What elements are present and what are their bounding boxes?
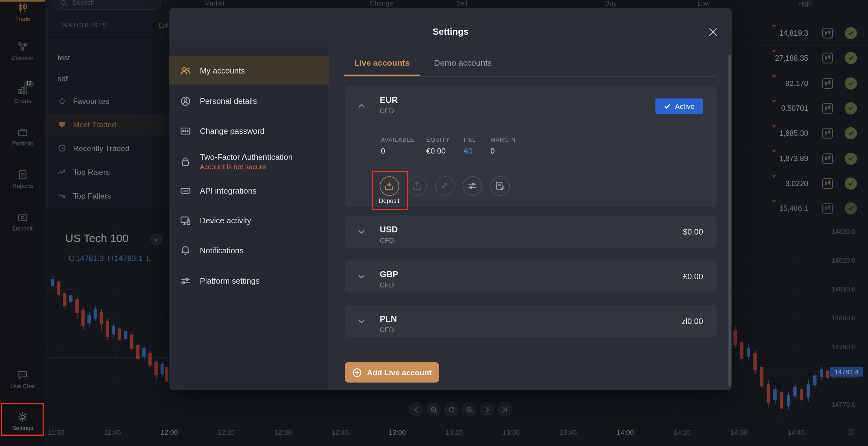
nav-item-label: Device activity [200, 216, 251, 225]
nav-item-label: Personal details [200, 96, 257, 105]
nav-item-api-integrations[interactable]: API API integrations [169, 176, 329, 205]
accounts-tabs: Live accounts Demo accounts [344, 51, 717, 77]
users-icon [180, 65, 191, 76]
check-icon [664, 103, 671, 110]
svg-text:API: API [183, 189, 188, 192]
divider [380, 169, 703, 169]
nav-item-label: Platform settings [200, 276, 259, 285]
active-status-badge: Active [655, 99, 703, 114]
close-icon[interactable] [707, 26, 719, 38]
account-balance: zł0.00 [682, 317, 703, 325]
account-settings-action-button[interactable] [463, 176, 482, 196]
active-status-label: Active [675, 102, 695, 110]
add-live-account-label: Add Live account [367, 368, 432, 377]
security-warning: Account is not secure [200, 163, 292, 171]
account-code: USD [380, 225, 398, 235]
modal-title: Settings [169, 27, 733, 37]
transfer-action-button[interactable] [435, 176, 454, 196]
nav-item-device-activity[interactable]: Device activity [169, 206, 329, 234]
add-live-account-button[interactable]: Add Live account [345, 362, 439, 382]
withdraw-action-button[interactable] [407, 176, 427, 196]
tab-live-accounts[interactable]: Live accounts [344, 51, 420, 76]
devices-icon [180, 215, 191, 226]
account-balance: $0.00 [683, 228, 703, 236]
statement-action-button[interactable] [490, 176, 509, 196]
settings-nav: My accounts Personal details Change pass… [169, 41, 329, 390]
account-code: GBP [380, 269, 398, 279]
nav-item-notifications[interactable]: Notifications [169, 236, 329, 264]
stat-available: AVAILABLE 0 [381, 136, 414, 156]
settings-content: Live accounts Demo accounts EUR CFD Acti… [329, 41, 733, 390]
chevron-down-icon[interactable] [358, 317, 365, 325]
user-circle-icon [180, 95, 191, 106]
account-balance: £0.00 [683, 272, 703, 281]
nav-item-platform-settings[interactable]: Platform settings [169, 267, 329, 295]
stat-equity: EQUITY €0.00 [426, 136, 450, 156]
api-icon: API [180, 185, 191, 196]
nav-item-label: My accounts [200, 66, 245, 75]
chevron-down-icon[interactable] [358, 273, 365, 280]
account-card-usd[interactable]: USD CFD $0.00 [345, 215, 717, 248]
account-code: PLN [380, 314, 397, 324]
chevron-up-icon[interactable] [358, 102, 365, 110]
modal-scrollbar[interactable] [728, 55, 731, 386]
nav-item-two-factor[interactable]: Two-Factor Authentication Account is not… [169, 144, 329, 179]
lock-icon [180, 156, 191, 167]
stat-margin: MARGIN 0 [490, 136, 516, 156]
account-code: EUR [380, 95, 398, 105]
tab-demo-accounts[interactable]: Demo accounts [424, 51, 502, 76]
app-viewport: Market Change Sell Buy Low High Trade Di… [0, 0, 868, 446]
account-card-gbp[interactable]: GBP CFD £0.00 [345, 261, 717, 293]
account-type: CFD [380, 237, 394, 245]
nav-item-label: Two-Factor Authentication [200, 152, 292, 161]
nav-item-personal-details[interactable]: Personal details [169, 87, 329, 115]
nav-item-label: Notifications [200, 246, 244, 254]
settings-modal: Settings My accounts Personal details Ch… [169, 8, 733, 390]
password-card-icon [180, 125, 191, 136]
nav-item-label: API integrations [200, 186, 256, 195]
nav-item-change-password[interactable]: Change password [169, 117, 329, 145]
bell-icon [180, 245, 191, 255]
account-type: CFD [380, 281, 394, 289]
toggles-icon [180, 275, 191, 286]
account-type: CFD [380, 107, 394, 115]
chevron-down-icon[interactable] [358, 228, 365, 236]
account-type: CFD [380, 326, 394, 334]
account-card-pln[interactable]: PLN CFD zł0.00 [345, 305, 717, 338]
deposit-highlight-annotation [372, 171, 408, 210]
nav-item-my-accounts[interactable]: My accounts [169, 56, 329, 84]
plus-circle-icon [352, 368, 362, 378]
settings-highlight-annotation [1, 403, 44, 436]
stat-pnl: P&L €0 [464, 136, 476, 156]
nav-item-label: Change password [200, 126, 265, 135]
